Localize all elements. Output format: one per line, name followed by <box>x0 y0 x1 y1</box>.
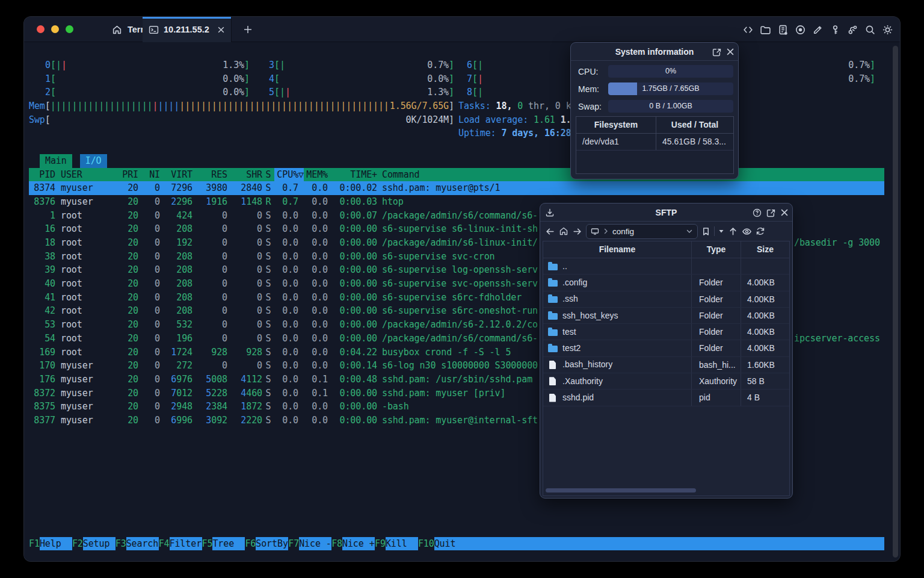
load-average-line: Load average: 1.61 1.18 1.21 <box>458 113 570 127</box>
sftp-panel: SFTP config <box>540 203 793 499</box>
file-size: 4.00KB <box>741 291 789 307</box>
keygen-button[interactable] <box>846 23 859 36</box>
function-key-label[interactable]: Search <box>126 537 159 551</box>
home-icon <box>559 226 568 236</box>
file-row[interactable]: .ssh Folder 4.00KB <box>543 291 789 308</box>
cpu-meter: 5[||1.3%] <box>253 85 454 99</box>
file-row[interactable]: sshd.pid pid 4 B <box>543 390 789 406</box>
htop-tab-io[interactable]: I/O <box>80 154 107 168</box>
session-tab-label: 10.211.55.2 <box>164 25 209 34</box>
file-row[interactable]: .config Folder 4.00KB <box>543 275 789 291</box>
search-icon <box>864 24 876 36</box>
close-panel-button[interactable] <box>780 208 789 217</box>
back-button[interactable] <box>545 226 555 237</box>
close-tab-icon[interactable] <box>217 26 225 34</box>
bookmark-menu-button[interactable] <box>718 228 724 234</box>
system-meters: CPU: 0% Mem: 1.75GB / 7.65GB Swap: <box>571 65 738 113</box>
function-key-label[interactable]: Tree <box>212 537 245 551</box>
file-size: 58 B <box>741 373 789 389</box>
open-in-window-button[interactable] <box>766 208 775 217</box>
htop-stats: Tasks: 18, 0 thr, 0 kthr; 1 running Load… <box>458 99 570 140</box>
keychain-button[interactable] <box>828 23 842 36</box>
refresh-icon <box>756 226 765 236</box>
file-name: test2 <box>562 340 581 356</box>
search-button[interactable] <box>863 23 876 36</box>
function-key-label[interactable]: SortBy <box>256 537 288 551</box>
cpu-meter: 4[0.0%] <box>253 72 454 86</box>
file-row[interactable]: ssh_host_keys Folder 4.00KB <box>543 308 789 324</box>
edit-button[interactable] <box>811 23 824 36</box>
current-directory: config <box>612 227 682 236</box>
parent-directory-button[interactable] <box>728 226 738 237</box>
file-row[interactable]: test Folder 4.00KB <box>543 324 789 340</box>
code-snippets-button[interactable] <box>741 23 754 36</box>
refresh-button[interactable] <box>756 226 765 236</box>
file-name: .config <box>562 275 587 290</box>
minimize-window-button[interactable] <box>51 25 59 33</box>
sftp-header[interactable]: SFTP <box>540 204 792 222</box>
htop-tab-main[interactable]: Main <box>40 154 72 168</box>
process-table-header[interactable]: PID USER PRI NI VIRT RES SHR S CPU%▽ MEM… <box>29 168 884 182</box>
function-key-label[interactable]: Setup <box>83 537 116 551</box>
file-row[interactable]: test2 Folder 4.00KB <box>543 340 789 356</box>
zoom-window-button[interactable] <box>66 25 73 33</box>
app-window: Termora 10.211.55.2 <box>24 17 900 561</box>
pencil-icon <box>812 24 824 36</box>
close-panel-button[interactable] <box>726 48 735 56</box>
function-key-label[interactable]: Quit <box>434 537 884 551</box>
function-key-label[interactable]: Nice - <box>299 537 331 551</box>
cpu-meters-column-1: 0[||1.3%]1[0.0%]2[0.0%] <box>29 58 250 99</box>
function-key-label[interactable]: Kill <box>386 537 418 551</box>
panel-title: SFTP <box>656 208 677 217</box>
external-link-icon <box>766 208 775 217</box>
function-key-label[interactable]: Filter <box>170 537 202 551</box>
tab-session[interactable]: 10.211.55.2 <box>143 17 232 42</box>
file-row[interactable]: .. <box>543 258 789 275</box>
home-button[interactable] <box>559 226 568 236</box>
settings-button[interactable] <box>881 23 894 36</box>
file-size: 4 B <box>741 390 789 405</box>
process-row[interactable]: 8374 myuser 20 0 7296 3980 2840 S 0.7 0.… <box>29 181 884 195</box>
memory-meter: Mem[||||||||||||||||||||||||||||||||||||… <box>29 99 454 113</box>
sort-column-header[interactable]: CPU%▽ <box>274 168 304 182</box>
help-button[interactable] <box>753 208 762 217</box>
memory-bars: ||||||||||||||||||||||||||||||||||||||||… <box>51 99 390 113</box>
file-manager-button[interactable] <box>759 23 772 36</box>
meter-value: 0% <box>608 65 733 78</box>
file-type: Folder <box>692 340 741 356</box>
function-key-label[interactable]: Help <box>40 537 72 551</box>
meter-bar: 0% <box>608 65 733 78</box>
terminal-scrollbar[interactable] <box>893 46 898 558</box>
open-in-window-button[interactable] <box>712 48 721 57</box>
system-information-header[interactable]: System information <box>571 43 738 61</box>
filesystem-row[interactable]: /dev/vda1 45.61GB / 58.3... <box>576 134 733 151</box>
cpu-meter: 0[||1.3%] <box>29 58 250 72</box>
system-information-panel: System information CPU: 0% Mem: <box>570 42 739 179</box>
system-meter-row: Mem: 1.75GB / 7.65GB <box>578 82 733 95</box>
memory-usage-value: 1.56G/7.65G <box>390 99 449 113</box>
home-icon <box>112 25 122 35</box>
horizontal-scrollbar-thumb[interactable] <box>546 488 696 493</box>
plus-icon <box>243 25 253 34</box>
close-icon <box>780 208 789 217</box>
record-button[interactable] <box>793 23 807 36</box>
folder-icon <box>760 24 771 36</box>
new-tab-button[interactable] <box>236 17 260 42</box>
file-row[interactable]: .bash_history bash_hi... 1.60KB <box>543 357 789 373</box>
path-breadcrumb[interactable]: config <box>586 224 698 239</box>
event-log-button[interactable] <box>776 23 789 36</box>
function-key-label[interactable]: Nice + <box>342 537 375 551</box>
file-type-icon <box>548 280 558 287</box>
file-name: .bash_history <box>562 357 612 373</box>
toolbar-divider <box>714 226 715 236</box>
file-size <box>741 258 789 274</box>
close-window-button[interactable] <box>37 25 45 33</box>
forward-button[interactable] <box>572 226 582 237</box>
transfers-button[interactable] <box>545 208 555 217</box>
system-meter-row: CPU: 0% <box>578 65 733 78</box>
file-size: 4.00KB <box>741 275 789 290</box>
bookmark-button[interactable] <box>701 227 710 236</box>
show-hidden-files-button[interactable] <box>742 226 752 237</box>
file-row[interactable]: .Xauthority Xauthority 58 B <box>543 373 789 390</box>
file-type-icon <box>548 313 558 320</box>
